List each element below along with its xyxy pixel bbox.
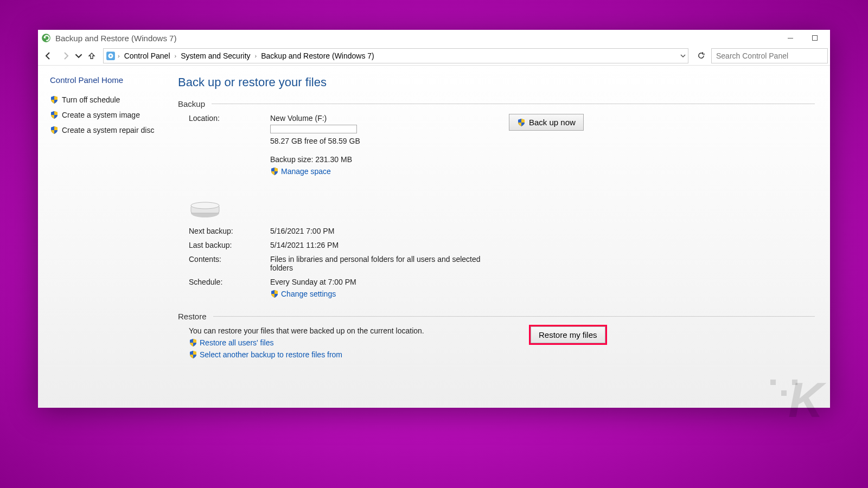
select-another-backup-link[interactable]: Select another backup to restore files f… — [189, 350, 509, 359]
svg-point-8 — [191, 202, 219, 209]
minimize-button[interactable] — [778, 30, 802, 46]
sidebar-create-repair-disc[interactable]: Create a system repair disc — [50, 126, 168, 134]
sidebar-create-system-image[interactable]: Create a system image — [50, 111, 168, 119]
restore-all-users-label: Restore all users' files — [200, 338, 274, 347]
page-title: Back up or restore your files — [178, 75, 815, 89]
shield-icon — [517, 118, 526, 127]
contents-value: Files in libraries and personal folders … — [270, 255, 503, 272]
divider — [213, 316, 815, 317]
titlebar: Backup and Restore (Windows 7) — [38, 30, 830, 46]
select-another-backup-label: Select another backup to restore files f… — [200, 350, 342, 359]
chevron-down-icon[interactable] — [680, 53, 686, 59]
app-icon — [41, 33, 51, 43]
restore-section-header: Restore — [178, 312, 815, 321]
shield-icon — [50, 95, 59, 104]
shield-icon — [189, 338, 197, 347]
breadcrumb[interactable]: › Control Panel › System and Security › … — [103, 48, 688, 63]
maximize-button[interactable] — [802, 30, 827, 46]
last-backup-label: Last backup: — [189, 241, 265, 249]
forward-button[interactable] — [58, 48, 74, 64]
chevron-right-icon: › — [118, 53, 120, 59]
contents-label: Contents: — [189, 255, 265, 272]
shield-icon — [189, 350, 197, 359]
shield-icon — [50, 126, 59, 134]
svg-rect-2 — [812, 36, 817, 41]
shield-icon — [50, 111, 59, 119]
disk-usage-bar — [270, 125, 357, 133]
shield-icon — [270, 167, 279, 176]
backup-section-label: Backup — [178, 99, 205, 108]
backup-size: Backup size: 231.30 MB — [270, 155, 503, 164]
restore-my-files-button[interactable]: Restore my files — [531, 326, 605, 343]
restore-description: You can restore your files that were bac… — [189, 326, 509, 335]
schedule-label: Schedule: — [189, 278, 265, 300]
control-panel-icon — [106, 51, 116, 61]
last-backup-value: 5/14/2021 11:26 PM — [270, 241, 503, 249]
back-button[interactable] — [40, 48, 56, 64]
divider — [212, 104, 815, 104]
schedule-value: Every Sunday at 7:00 PM — [270, 278, 503, 286]
drive-icon — [189, 198, 221, 220]
window: Backup and Restore (Windows 7) — [38, 30, 830, 408]
control-panel-home-link[interactable]: Control Panel Home — [50, 75, 168, 85]
manage-space-label: Manage space — [281, 167, 331, 176]
content-area: Control Panel Home Turn off schedule Cre… — [38, 66, 830, 408]
sidebar-item-label: Create a system repair disc — [62, 126, 154, 134]
shield-icon — [270, 290, 279, 298]
chevron-right-icon: › — [255, 53, 257, 59]
backup-section-header: Backup — [178, 99, 815, 108]
next-backup-value: 5/16/2021 7:00 PM — [270, 227, 503, 235]
restore-my-files-label: Restore my files — [539, 330, 597, 339]
sidebar: Control Panel Home Turn off schedule Cre… — [38, 66, 174, 408]
svg-point-5 — [110, 55, 111, 56]
restore-all-users-link[interactable]: Restore all users' files — [189, 338, 509, 347]
sidebar-item-label: Create a system image — [62, 111, 140, 119]
svg-rect-1 — [788, 38, 793, 38]
crumb-control-panel[interactable]: Control Panel — [122, 52, 173, 60]
main-panel: Back up or restore your files Backup Loc… — [174, 66, 830, 408]
backup-volume-name: New Volume (F:) — [270, 114, 503, 123]
chevron-right-icon: › — [175, 53, 177, 59]
recent-dropdown-icon[interactable] — [75, 48, 82, 64]
change-settings-link[interactable]: Change settings — [270, 290, 336, 298]
refresh-button[interactable] — [694, 49, 708, 63]
crumb-backup-restore[interactable]: Backup and Restore (Windows 7) — [259, 52, 376, 60]
navbar: › Control Panel › System and Security › … — [38, 46, 830, 66]
restore-section-label: Restore — [178, 312, 207, 321]
back-up-now-label: Back up now — [529, 118, 576, 127]
manage-space-link[interactable]: Manage space — [270, 167, 331, 176]
search-input[interactable] — [711, 48, 828, 63]
next-backup-label: Next backup: — [189, 227, 265, 235]
sidebar-item-label: Turn off schedule — [62, 95, 120, 104]
change-settings-label: Change settings — [281, 290, 336, 298]
location-label: Location: — [189, 114, 265, 123]
up-button[interactable] — [84, 48, 100, 64]
disk-free-space: 58.27 GB free of 58.59 GB — [270, 137, 503, 145]
window-title: Backup and Restore (Windows 7) — [55, 34, 176, 43]
back-up-now-button[interactable]: Back up now — [509, 114, 584, 131]
sidebar-turn-off-schedule[interactable]: Turn off schedule — [50, 95, 168, 104]
crumb-system-security[interactable]: System and Security — [178, 52, 252, 60]
